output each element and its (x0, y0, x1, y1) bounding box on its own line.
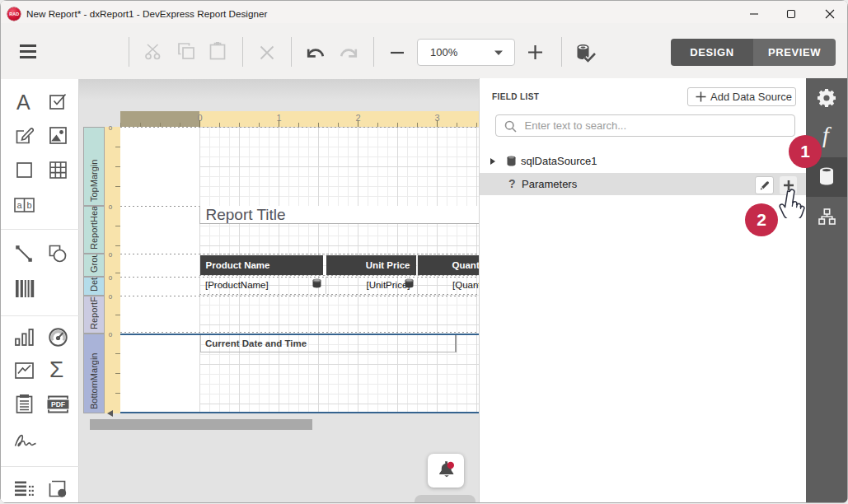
svg-text:a: a (17, 200, 23, 210)
svg-text:PDF: PDF (51, 400, 65, 408)
svg-text:i: i (61, 489, 63, 497)
svg-text:b: b (27, 200, 32, 210)
